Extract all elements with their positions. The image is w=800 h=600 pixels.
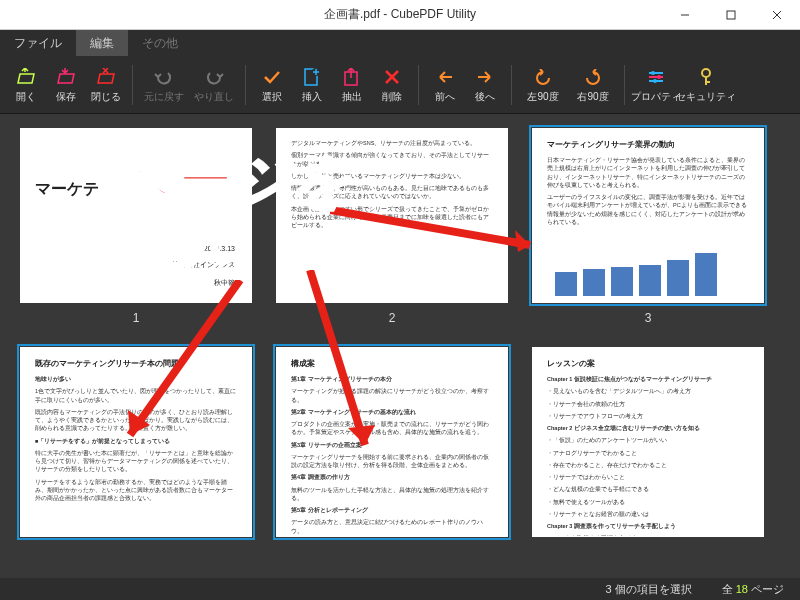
page2-text: 本企画では、読みやすい形でシリーズで扱ってきたことで、予算がゼロから始められる企… bbox=[291, 205, 493, 230]
separator bbox=[245, 65, 246, 105]
rotate-right-button[interactable]: 右90度 bbox=[568, 66, 618, 104]
select-label: 選択 bbox=[262, 90, 282, 104]
select-button[interactable]: 選択 bbox=[252, 66, 292, 104]
page4-text: リサーチをするような部署の勤務するか、実務ではどのような手順を踏み、期間がかかっ… bbox=[35, 478, 237, 503]
page6-text: ・どんな規模の企業でも手軽にできる bbox=[547, 485, 749, 493]
page-thumbnail-6[interactable]: レッスンの案 Chapter 1 仮説検証に焦点がつながるマーケティングリサーチ… bbox=[532, 347, 764, 537]
undo-icon bbox=[153, 66, 175, 88]
status-suffix: ページ bbox=[748, 583, 784, 595]
redo-button[interactable]: やり直し bbox=[189, 66, 239, 104]
security-button[interactable]: セキュリティ bbox=[681, 66, 731, 104]
page4-title: 既存のマーケティングリサーチ本の問題 bbox=[35, 358, 237, 369]
page-thumbnail-5[interactable]: 構成案 第1章 マーケティングリサーチの本分 マーケティングが抱える課題の解決に… bbox=[276, 347, 508, 537]
page5-text: 無料のツールを活かした手軽な方法と、具体的な施策の処理方法を紹介する。 bbox=[291, 486, 493, 503]
page1-title: マーケテ bbox=[35, 179, 237, 200]
page6-heading: Chapter 1 仮説検証に焦点がつながるマーケティングリサーチ bbox=[547, 375, 749, 383]
extract-button[interactable]: 抽出 bbox=[332, 66, 372, 104]
prev-button[interactable]: 前へ bbox=[425, 66, 465, 104]
page2-text: デジタルマーケティングやSNS、リサーチの注目度が高まっている。 bbox=[291, 139, 493, 147]
undo-button[interactable]: 元に戻す bbox=[139, 66, 189, 104]
page4-heading: ■「リサーチをする」が前提となってしまっている bbox=[35, 437, 237, 445]
page6-text: ・無料で使えるツールがある bbox=[547, 498, 749, 506]
save-label: 保存 bbox=[56, 90, 76, 104]
page-thumbnail-1[interactable]: マーケテ 2019.3.13 株式会社インプレス 秋中篠 bbox=[20, 128, 252, 303]
open-icon bbox=[15, 66, 37, 88]
page-thumbnail-2[interactable]: デジタルマーケティングやSNS、リサーチの注目度が高まっている。 個別テーマを意… bbox=[276, 128, 508, 303]
redo-icon bbox=[203, 66, 225, 88]
page-thumbnail-4[interactable]: 既存のマーケティングリサーチ本の問題 地味りが多い 1色で文字がびっしりと並んで… bbox=[20, 347, 252, 537]
page6-title: レッスンの案 bbox=[547, 358, 749, 369]
separator bbox=[132, 65, 133, 105]
page3-text: 日本マーケティング・リサーチ協会が発表している条件によると、業界の売上規模は右肩… bbox=[547, 156, 749, 189]
close-button[interactable] bbox=[754, 0, 800, 30]
menu-other[interactable]: その他 bbox=[128, 30, 192, 56]
svg-point-12 bbox=[653, 79, 657, 83]
page5-text: プロダクトの企画立案から実施・販売までの流れに、リサーチがどう関わるか。予算策定… bbox=[291, 420, 493, 437]
thumbnail-area[interactable]: マーケテ 2019.3.13 株式会社インプレス 秋中篠 1 デジタルマーケティ… bbox=[0, 114, 800, 578]
properties-icon bbox=[645, 66, 667, 88]
page6-text: ・存在でわかること、存在だけでわかること bbox=[547, 461, 749, 469]
page5-heading: 第1章 マーケティングリサーチの本分 bbox=[291, 375, 493, 383]
page5-heading: 第3章 リサーチの企画立案 bbox=[291, 441, 493, 449]
separator bbox=[624, 65, 625, 105]
page4-text: 特に大手の先生が書いた本に顕著だが、「リサーチとは」と意味を総論から見つけて切り… bbox=[35, 449, 237, 474]
insert-button[interactable]: 挿入 bbox=[292, 66, 332, 104]
separator bbox=[511, 65, 512, 105]
menu-file[interactable]: ファイル bbox=[0, 30, 76, 56]
svg-point-10 bbox=[651, 71, 655, 75]
close-file-icon bbox=[95, 66, 117, 88]
close-file-button[interactable]: 閉じる bbox=[86, 66, 126, 104]
rotate-left-icon bbox=[532, 66, 554, 88]
properties-button[interactable]: プロパティ bbox=[631, 66, 681, 104]
key-icon bbox=[695, 66, 717, 88]
window-title: 企画書.pdf - CubePDF Utility bbox=[324, 6, 476, 23]
status-selection: 3 個の項目を選択 bbox=[605, 582, 691, 597]
window-controls bbox=[662, 0, 800, 30]
prev-icon bbox=[434, 66, 456, 88]
status-page-count: 18 bbox=[736, 583, 748, 595]
minimize-button[interactable] bbox=[662, 0, 708, 30]
page5-text: データの読み方と、意思決定に結びつけるためのレポート作りのノウハウ。 bbox=[291, 518, 493, 535]
page2-text: しかし、意外と売れているマーケティングリサーチ本は少ない。 bbox=[291, 172, 493, 180]
page3-chart bbox=[547, 236, 749, 296]
svg-point-13 bbox=[702, 69, 710, 77]
page6-text: ・リサーチでアウトフローの考え方 bbox=[547, 412, 749, 420]
page6-heading: Chapter 3 調査票を作ってリサーチを手配しよう bbox=[547, 522, 749, 530]
open-button[interactable]: 開く bbox=[6, 66, 46, 104]
page5-text: マーケティングリサーチを開始する前に要求される、企業内の関係者の仮説の設定方法を… bbox=[291, 453, 493, 470]
save-button[interactable]: 保存 bbox=[46, 66, 86, 104]
page6-text: ・リサーチではわからいこと bbox=[547, 473, 749, 481]
check-icon bbox=[261, 66, 283, 88]
rotate-left-button[interactable]: 左90度 bbox=[518, 66, 568, 104]
next-label: 後へ bbox=[475, 90, 495, 104]
page4-text: 1色で文字がびっしりと並んでいたり、図が理解をつかったりして、素直に手に取りにく… bbox=[35, 387, 237, 404]
rotate-right-icon bbox=[582, 66, 604, 88]
next-icon bbox=[474, 66, 496, 88]
page-number-1: 1 bbox=[133, 311, 140, 325]
security-label: セキュリティ bbox=[676, 90, 736, 104]
page6-text: ・リサーチャとなお経営の観の違いは bbox=[547, 510, 749, 518]
prev-label: 前へ bbox=[435, 90, 455, 104]
page3-title: マーケティングリサーチ業界の動向 bbox=[547, 139, 749, 150]
page-thumbnail-3[interactable]: マーケティングリサーチ業界の動向 日本マーケティング・リサーチ協会が発表している… bbox=[532, 128, 764, 303]
save-icon bbox=[55, 66, 77, 88]
delete-button[interactable]: 削除 bbox=[372, 66, 412, 104]
svg-rect-1 bbox=[727, 11, 735, 19]
page6-text: ・アナログリサーチでわかること bbox=[547, 449, 749, 457]
toolbar: 開く 保存 閉じる 元に戻す やり直し 選択 挿入 抽出 削除 前へ 後へ bbox=[0, 56, 800, 114]
page5-heading: 第5章 分析とレポーティング bbox=[291, 506, 493, 514]
status-prefix: 全 bbox=[722, 583, 736, 595]
close-file-label: 閉じる bbox=[91, 90, 121, 104]
maximize-button[interactable] bbox=[708, 0, 754, 30]
page1-date: 2019.3.13 bbox=[172, 245, 235, 252]
page3-text: ユーザーのライフスタイルの変化に、調査手法が影響を受ける。近年ではモバイル端末利… bbox=[547, 193, 749, 226]
extract-label: 抽出 bbox=[342, 90, 362, 104]
separator bbox=[418, 65, 419, 105]
page6-text: ・「仮説」のためのアンケートツールがいい bbox=[547, 436, 749, 444]
status-total: 全 18 ページ bbox=[722, 582, 784, 597]
next-button[interactable]: 後へ bbox=[465, 66, 505, 104]
extract-icon bbox=[341, 66, 363, 88]
page5-title: 構成案 bbox=[291, 358, 493, 369]
titlebar: 企画書.pdf - CubePDF Utility bbox=[0, 0, 800, 30]
menu-edit[interactable]: 編集 bbox=[76, 30, 128, 56]
